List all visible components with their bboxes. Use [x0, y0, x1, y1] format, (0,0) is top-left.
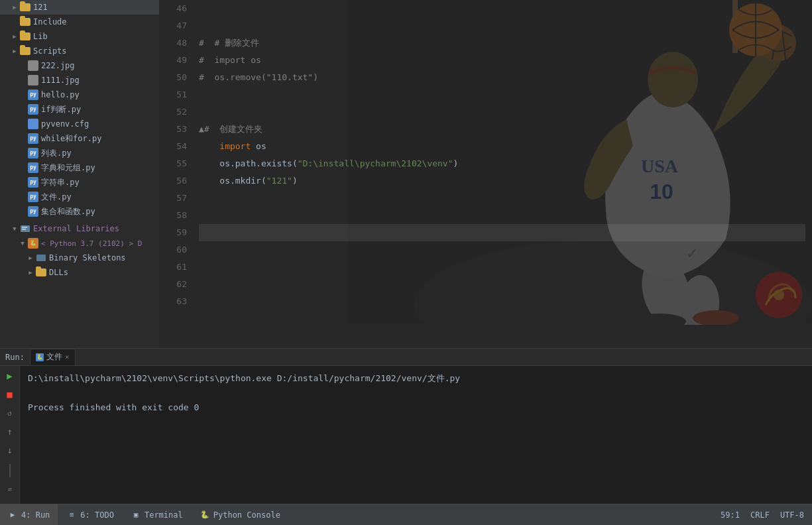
- sidebar-item-label: 字符串.py: [41, 177, 80, 188]
- python-console-label: Python Console: [213, 510, 280, 520]
- status-tab-todo[interactable]: ≡ 6: TODO: [59, 504, 122, 526]
- spacer: [19, 207, 27, 215]
- editor-area: ▶ 121 Include ▶ Lib ▶ Scripts: [0, 0, 812, 348]
- spacer: [19, 105, 27, 113]
- arrow-icon: ▶: [11, 3, 19, 11]
- spacer: [19, 76, 27, 84]
- line-ending: CRLF: [750, 510, 770, 520]
- arrow-icon: ▼: [19, 239, 27, 247]
- line-num-58: 58: [159, 207, 187, 224]
- spacer: [19, 149, 27, 157]
- sidebar-item-setfn[interactable]: py 集合和函数.py: [0, 204, 159, 219]
- code-line-55: os.path.exists("D:\install\pycharm\2102\…: [199, 155, 805, 172]
- folder-icon: [20, 47, 30, 55]
- code-lines[interactable]: # # 删除文件 # import os # os.remove("110.tx…: [192, 0, 812, 348]
- run-tab-file[interactable]: 🐍 文件 ×: [30, 349, 76, 365]
- sidebar-item-121[interactable]: ▶ 121: [0, 0, 159, 15]
- status-right: 59:1 CRLF UTF-8: [721, 510, 812, 520]
- terminal-icon: ▣: [131, 510, 141, 520]
- status-bar: ▶ 4: Run ≡ 6: TODO ▣ Terminal 🐍 Python C…: [0, 504, 812, 525]
- output-content: D:\install\pycharm\2102\venv\Scripts\pyt…: [20, 366, 812, 525]
- sidebar-binary-item[interactable]: ▶ Binary Skeletons: [0, 251, 159, 265]
- output-line-2: [28, 386, 804, 400]
- sidebar-item-include[interactable]: Include: [0, 15, 159, 29]
- code-line-61: [199, 259, 805, 276]
- code-editor[interactable]: USA 10: [159, 0, 812, 348]
- sidebar-item-1111jpg[interactable]: 1111.jpg: [0, 73, 159, 88]
- sidebar-external-libraries[interactable]: ▼ External Libraries: [0, 221, 159, 236]
- line-num-48: 48: [159, 34, 187, 52]
- run-tab-icon: 🐍: [36, 353, 44, 361]
- sidebar-item-label: pyvenv.cfg: [41, 119, 89, 129]
- sidebar-item-label: 文件.py: [41, 192, 72, 203]
- sidebar-item-hello[interactable]: py hello.py: [0, 88, 159, 102]
- line-num-63: 63: [159, 293, 187, 310]
- wrap-button[interactable]: ⇌: [3, 481, 17, 496]
- skeleton-icon: [36, 253, 46, 262]
- code-line-51: [199, 86, 805, 103]
- code-line-60: [199, 241, 805, 259]
- line-num-51: 51: [159, 86, 187, 103]
- sidebar-item-dict[interactable]: py 字典和元组.py: [0, 160, 159, 175]
- sidebar-item-if[interactable]: py if判断.py: [0, 102, 159, 117]
- spacer: [19, 120, 27, 128]
- sidebar-item-whilefor[interactable]: py while和for.py: [0, 131, 159, 146]
- sidebar-item-pyvenv[interactable]: pyvenv.cfg: [0, 117, 159, 131]
- rerun-button[interactable]: ↺: [3, 406, 17, 420]
- arrow-icon: ▼: [11, 225, 19, 233]
- run-tab-name: 文件: [46, 351, 62, 363]
- sidebar-item-label: Scripts: [33, 46, 67, 56]
- bottom-panel: Run: 🐍 文件 × ▶ ■ ↺ ↑ ↓ ⇌ ⇅ 📌 🖨 🗑: [0, 348, 812, 504]
- sidebar-item-label: Include: [33, 17, 67, 27]
- line-num-52: 52: [159, 103, 187, 121]
- python-icon: py: [28, 104, 38, 115]
- sidebar-item-scripts[interactable]: ▶ Scripts: [0, 44, 159, 58]
- code-line-56: os.mkdir("121"): [199, 172, 805, 190]
- arrow-icon: ▶: [11, 47, 19, 55]
- python-icon: py: [28, 89, 38, 100]
- sidebar-item-222jpg[interactable]: 222.jpg: [0, 58, 159, 73]
- folder-icon: [36, 268, 46, 276]
- sidebar-dlls-item[interactable]: ▶ DLLs: [0, 265, 159, 280]
- run-icon: ▶: [8, 510, 17, 520]
- sidebar-item-label: if判断.py: [41, 104, 81, 115]
- spacer: [19, 91, 27, 99]
- line-num-54: 54: [159, 138, 187, 155]
- run-tab-close[interactable]: ×: [65, 353, 70, 361]
- sidebar-item-list[interactable]: py 列表.py: [0, 146, 159, 160]
- code-line-57: [199, 190, 805, 207]
- code-line-58: [199, 207, 805, 224]
- status-tab-terminal[interactable]: ▣ Terminal: [123, 504, 191, 526]
- code-line-46: [199, 0, 805, 17]
- cursor-position: 59:1: [721, 510, 740, 520]
- svg-rect-1: [22, 227, 27, 228]
- line-num-50: 50: [159, 69, 187, 86]
- svg-rect-3: [36, 255, 46, 261]
- sidebar-item-label: 121: [33, 3, 48, 12]
- todo-icon: ≡: [67, 510, 76, 520]
- status-left: ▶ 4: Run ≡ 6: TODO ▣ Terminal 🐍 Python C…: [0, 504, 721, 526]
- line-num-46: 46: [159, 0, 187, 17]
- sidebar-python-item[interactable]: ▼ 🐍 < Python 3.7 (2102) > D: [0, 236, 159, 251]
- run-output: ▶ ■ ↺ ↑ ↓ ⇌ ⇅ 📌 🖨 🗑 D:\install\pycharm\2…: [0, 366, 812, 525]
- sidebar-item-str[interactable]: py 字符串.py: [0, 175, 159, 190]
- output-line-1: D:\install\pycharm\2102\venv\Scripts\pyt…: [28, 371, 804, 386]
- spacer: [19, 62, 27, 70]
- sidebar-item-label: 集合和函数.py: [41, 206, 95, 217]
- python-icon: py: [28, 206, 38, 217]
- sidebar-item-lib[interactable]: ▶ Lib: [0, 29, 159, 44]
- scroll-down-button[interactable]: ↓: [3, 443, 17, 457]
- todo-tab-label: 6: TODO: [80, 510, 114, 520]
- sidebar-item-label: hello.py: [41, 90, 80, 99]
- run-button[interactable]: ▶: [3, 369, 17, 383]
- status-tab-run[interactable]: ▶ 4: Run: [0, 504, 58, 526]
- scroll-up-button[interactable]: ↑: [3, 424, 17, 439]
- status-tab-python-console[interactable]: 🐍 Python Console: [192, 504, 288, 526]
- code-line-52: [199, 103, 805, 121]
- sidebar-item-label: 字典和元组.py: [41, 162, 95, 174]
- arrow-icon: ▶: [27, 254, 34, 262]
- sidebar-item-file[interactable]: py 文件.py: [0, 190, 159, 204]
- code-line-47: [199, 17, 805, 34]
- stop-button[interactable]: ■: [3, 387, 17, 402]
- arrow-icon: ▶: [11, 32, 19, 40]
